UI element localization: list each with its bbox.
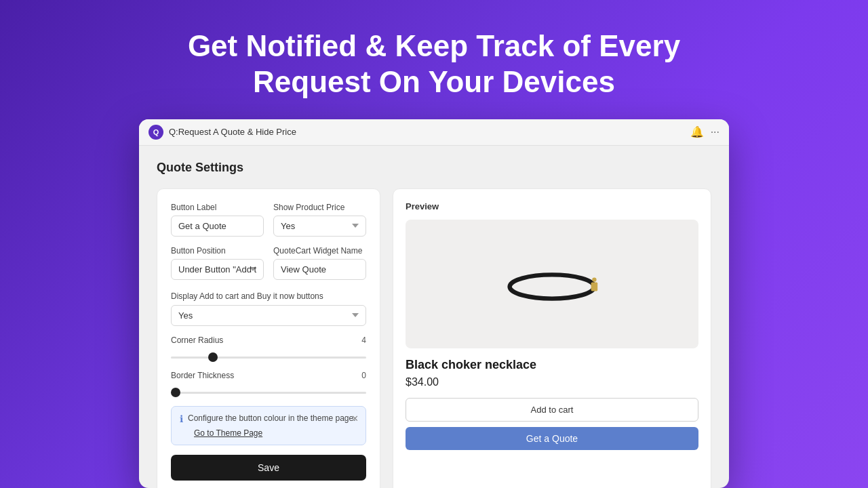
- display-buttons-select[interactable]: Yes No: [171, 305, 366, 326]
- theme-page-link[interactable]: Go to Theme Page: [194, 428, 357, 438]
- display-buttons-label: Display Add to cart and Buy it now butto…: [171, 291, 323, 301]
- info-box-content: ℹ Configure the button colour in the the…: [180, 413, 357, 424]
- quotecart-input[interactable]: [273, 259, 366, 280]
- corner-radius-label-row: Corner Radius 4: [171, 336, 366, 345]
- product-name: Black choker necklace: [406, 358, 698, 372]
- button-position-group: Button Position Under Button "Add to Ca.…: [171, 246, 264, 280]
- save-button[interactable]: Save: [171, 455, 366, 481]
- product-image-container: [406, 220, 698, 348]
- svg-rect-1: [591, 282, 598, 291]
- main-layout: Button Label Show Product Price Yes No: [157, 188, 711, 488]
- button-label-group: Button Label: [171, 203, 264, 237]
- show-price-label: Show Product Price: [273, 203, 366, 212]
- svg-point-2: [592, 277, 596, 281]
- bell-icon[interactable]: 🔔: [690, 125, 704, 138]
- titlebar: Q Q:Request A Quote & Hide Price 🔔 ···: [139, 119, 729, 146]
- product-price: $34.00: [406, 376, 698, 388]
- titlebar-actions: 🔔 ···: [690, 125, 719, 138]
- add-to-cart-button[interactable]: Add to cart: [406, 398, 698, 422]
- button-label-label: Button Label: [171, 203, 264, 212]
- show-price-select[interactable]: Yes No: [273, 216, 366, 237]
- border-thickness-label: Border Thickness: [171, 371, 234, 380]
- border-thickness-value: 0: [361, 371, 366, 380]
- border-thickness-slider[interactable]: [171, 392, 366, 394]
- app-logo: Q: [149, 125, 163, 140]
- settings-panel: Button Label Show Product Price Yes No: [157, 188, 380, 488]
- border-thickness-label-row: Border Thickness 0: [171, 371, 366, 380]
- show-price-group: Show Product Price Yes No: [273, 203, 366, 237]
- info-box: ℹ Configure the button colour in the the…: [171, 406, 366, 445]
- quotecart-group: QuoteCart Widget Name: [273, 246, 366, 280]
- info-box-text: Configure the button colour in the theme…: [188, 413, 356, 423]
- display-buttons-group: Display Add to cart and Buy it now butto…: [171, 289, 366, 326]
- window-content: Quote Settings Button Label Show Product…: [139, 146, 729, 488]
- corner-radius-label: Corner Radius: [171, 336, 223, 345]
- svg-point-0: [510, 274, 595, 298]
- titlebar-title: Q:Request A Quote & Hide Price: [169, 127, 685, 137]
- button-label-input[interactable]: [171, 216, 264, 237]
- quotecart-label: QuoteCart Widget Name: [273, 246, 366, 256]
- corner-radius-slider[interactable]: [171, 357, 366, 359]
- product-image: [498, 250, 606, 318]
- form-row-1: Button Label Show Product Price Yes No: [171, 203, 366, 237]
- button-position-label: Button Position: [171, 246, 264, 256]
- form-row-2: Button Position Under Button "Add to Ca.…: [171, 246, 366, 280]
- get-quote-button[interactable]: Get a Quote: [406, 427, 698, 450]
- page-title: Quote Settings: [157, 161, 711, 175]
- preview-panel: Preview Black choker necklace $34.00: [393, 188, 711, 488]
- corner-radius-group: Corner Radius 4: [171, 336, 366, 361]
- ellipsis-icon[interactable]: ···: [711, 126, 719, 138]
- preview-label: Preview: [406, 201, 698, 211]
- app-window: Q Q:Request A Quote & Hide Price 🔔 ··· Q…: [139, 119, 729, 488]
- hero-title: Get Notified & Keep Track of Every Reque…: [188, 28, 680, 100]
- border-thickness-group: Border Thickness 0: [171, 371, 366, 396]
- corner-radius-value: 4: [361, 336, 366, 345]
- button-position-select[interactable]: Under Button "Add to Ca...: [171, 259, 264, 280]
- info-icon: ℹ: [180, 413, 183, 424]
- info-close-button[interactable]: ✕: [351, 413, 359, 424]
